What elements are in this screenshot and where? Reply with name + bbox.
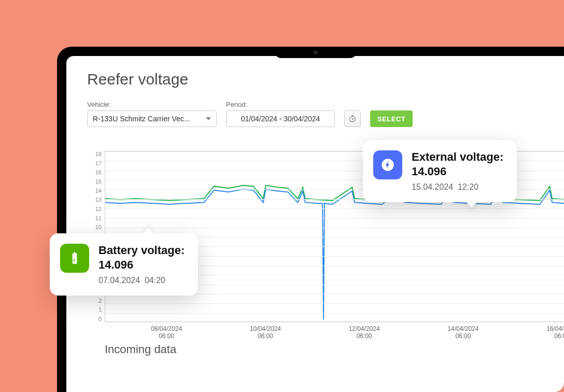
tooltip-text: External voltage: 14.096 15.04.2024 12:2… — [412, 150, 503, 192]
tooltip-battery-voltage: Battery voltage: 14.096 07.04.2024 04:20 — [50, 233, 198, 296]
period-label: Period: — [226, 101, 335, 108]
section-label: Incoming data — [105, 343, 564, 356]
filter-bar: Vehicle: R-133U Schmitz Carrier Vec... P… — [87, 101, 564, 127]
tooltip-value: 14.096 — [98, 258, 185, 272]
tooltip-text: Battery voltage: 14.096 07.04.2024 04:20 — [98, 244, 185, 285]
period-input[interactable]: 01/04/2024 - 30/04/2024 — [226, 110, 335, 127]
page-title: Reefer voltage — [87, 71, 564, 88]
laptop-frame: Reefer voltage Vehicle: R-133U Schmitz C… — [57, 47, 564, 392]
tooltip-external-voltage: External voltage: 14.096 15.04.2024 12:2… — [363, 140, 517, 202]
tooltip-name: External voltage: — [412, 150, 503, 164]
bolt-icon — [373, 150, 402, 179]
select-button[interactable]: SELECT — [370, 110, 413, 127]
clock-icon — [348, 115, 357, 123]
battery-icon — [60, 244, 89, 273]
vehicle-label: Vehicle: — [87, 101, 217, 108]
chevron-down-icon — [206, 117, 211, 120]
app-screen: Reefer voltage Vehicle: R-133U Schmitz C… — [66, 56, 564, 392]
tooltip-timestamp: 15.04.2024 12:20 — [412, 183, 503, 192]
period-field: Period: 01/04/2024 - 30/04/2024 — [226, 101, 335, 127]
x-axis-labels: 08/04/202406:0010/04/202406:0012/04/2024… — [105, 322, 564, 339]
period-value: 01/04/2024 - 30/04/2024 — [241, 115, 320, 123]
vehicle-value: R-133U Schmitz Carrier Vec... — [93, 115, 190, 123]
vehicle-field: Vehicle: R-133U Schmitz Carrier Vec... — [87, 101, 217, 127]
tooltip-name: Battery voltage: — [98, 244, 185, 257]
tooltip-value: 14.096 — [412, 165, 503, 178]
time-picker-button[interactable] — [344, 110, 361, 127]
vehicle-select[interactable]: R-133U Schmitz Carrier Vec... — [87, 110, 217, 127]
tooltip-timestamp: 07.04.2024 04:20 — [98, 276, 185, 285]
laptop-notch — [274, 47, 357, 58]
